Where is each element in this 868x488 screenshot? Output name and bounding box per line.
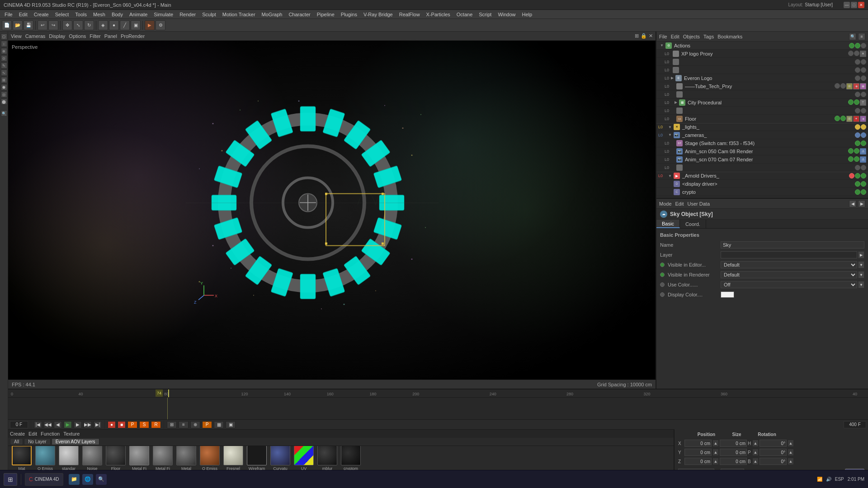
obj-item-l0-5[interactable]: L0 [656, 164, 868, 172]
menu-mesh[interactable]: Mesh [90, 11, 108, 18]
rot-z-field[interactable] [760, 458, 787, 465]
menu-sculpt[interactable]: Sculpt [199, 11, 219, 18]
tl-btn-record-scale[interactable]: S [139, 421, 149, 428]
mat-item-curv[interactable]: Curvatu [270, 446, 290, 470]
obj-item-everon-logo[interactable]: L0 E Everon Logo [656, 74, 868, 82]
mat-toolbar-edit[interactable]: Edit [28, 431, 37, 436]
props-use-color-select[interactable]: Off On Auto [721, 281, 857, 288]
tool-render[interactable]: ▶ [145, 20, 155, 30]
obj-item-stage[interactable]: L0 ST Stage (Switch cam: f353 - f534) [656, 139, 868, 147]
mat-swatch-metal[interactable] [176, 446, 196, 465]
menu-script[interactable]: Script [476, 11, 494, 18]
obj-item-l0-3[interactable]: L0 [656, 90, 868, 99]
vp-menu-options[interactable]: Options [69, 33, 86, 39]
props-back-icon[interactable]: ◀ [849, 200, 856, 207]
obj-item-floor[interactable]: L0 ▭ Floor ⊞ ✦ ◈ [656, 115, 868, 123]
taskbar-cinema4d[interactable]: C CINEMA 4D [25, 473, 63, 486]
tl-btn-next-key[interactable]: ▶▶ [84, 421, 92, 428]
mat-toolbar-create[interactable]: Create [10, 431, 25, 436]
app-browser[interactable]: 🌐 [82, 474, 93, 485]
obj-tag-xp[interactable]: ✕ [860, 51, 866, 57]
vp-menu-prorender[interactable]: ProRender [121, 33, 145, 39]
menu-window[interactable]: Window [495, 11, 518, 18]
menu-help[interactable]: Help [519, 11, 535, 18]
obj-item-city-procedural[interactable]: L0 ▦ City Procedural T [656, 99, 868, 107]
mat-swatch-crypto[interactable] [341, 446, 361, 465]
vp-menu-filter[interactable]: Filter [90, 33, 100, 39]
menu-select[interactable]: Select [52, 11, 72, 18]
tool-render-settings[interactable]: ⚙ [156, 20, 165, 30]
tool-move[interactable]: ✥ [62, 20, 72, 30]
menu-tools[interactable]: Tools [72, 11, 90, 18]
tool-poly-mode[interactable]: ▣ [131, 20, 141, 30]
obj-item-arnold-drivers[interactable]: L0 ▶ _Arnold Drivers_ [656, 172, 868, 180]
mat-item-metalfi1[interactable]: Metal Fi [129, 446, 149, 470]
tag-icon-2[interactable]: ◈ [853, 83, 859, 89]
viewport[interactable]: Perspective [8, 41, 656, 380]
left-tool-6[interactable]: ∿ [1, 70, 7, 76]
tl-btn-go-end[interactable]: ▶| [94, 421, 102, 428]
size-z-field[interactable] [720, 458, 747, 465]
mat-swatch-standard[interactable] [59, 446, 79, 465]
mat-item-noise[interactable]: Noise [82, 446, 102, 470]
mat-swatch-metalfi1[interactable] [129, 446, 149, 465]
obj-item-l0-4[interactable]: L0 [656, 107, 868, 115]
om-search-icon[interactable]: 🔍 [849, 33, 856, 40]
left-tool-7[interactable]: ⊞ [1, 77, 7, 83]
mat-item-uv[interactable]: UV [294, 446, 314, 470]
props-forward-icon[interactable]: ▶ [858, 200, 865, 207]
mat-item-floor[interactable]: Floor [106, 446, 126, 470]
tl-btn-extra-6[interactable]: ▣ [226, 421, 236, 428]
size-x-arrow[interactable]: ▲ [752, 440, 759, 447]
rot-x-arrow[interactable]: ▲ [788, 440, 794, 447]
menu-xparticles[interactable]: X-Particles [424, 11, 453, 18]
pos-x-field[interactable] [684, 440, 712, 447]
menu-animate[interactable]: Animate [127, 11, 150, 18]
om-filter-icon[interactable]: ≡ [858, 33, 865, 40]
tl-btn-extra-2[interactable]: ≡ [179, 421, 189, 428]
left-tool-5[interactable]: ✎ [1, 62, 7, 69]
vp-ctrl-maximize[interactable]: ⊞ [635, 33, 639, 39]
vp-ctrl-close[interactable]: ✕ [649, 33, 653, 39]
mat-swatch-mblur[interactable] [317, 446, 337, 465]
props-tab-coord[interactable]: Coord. [680, 220, 706, 228]
mat-toolbar-function[interactable]: Function [41, 431, 60, 436]
app-explorer[interactable]: 📁 [69, 474, 80, 485]
obj-item-l0-1[interactable]: L0 [656, 58, 868, 66]
vis-editor-dot[interactable] [849, 43, 854, 48]
menu-create[interactable]: Create [31, 11, 52, 18]
props-use-color-arrow[interactable]: ▼ [858, 281, 864, 288]
mat-item-metalfi2[interactable]: Metal Fi [153, 446, 173, 470]
tray-network[interactable]: 📶 [817, 477, 822, 482]
tool-redo[interactable]: ↪ [48, 20, 58, 30]
timeline-start-field[interactable] [10, 421, 28, 428]
tool-new[interactable]: 📄 [2, 20, 12, 30]
mat-tab-everon[interactable]: Everon AOV Layers [52, 438, 99, 445]
left-tool-10[interactable]: ⬤ [1, 99, 7, 105]
left-tool-1[interactable]: ⬡ [1, 33, 7, 40]
timeline-playhead[interactable] [168, 389, 169, 397]
props-tab-basic[interactable]: Basic [656, 220, 680, 228]
pos-y-field[interactable] [684, 449, 712, 456]
menu-file[interactable]: File [2, 11, 15, 18]
mat-item-emiss1[interactable]: O Emiss [35, 446, 55, 470]
om-menu-tags[interactable]: Tags [703, 34, 714, 39]
vis-dot-gray-2[interactable] [854, 51, 859, 56]
tl-btn-record-rot[interactable]: R [151, 421, 161, 428]
menu-vray[interactable]: V-Ray Bridge [361, 11, 396, 18]
tray-language[interactable]: ESP [835, 477, 844, 482]
size-y-field[interactable] [720, 449, 747, 456]
vis-render-dot[interactable] [855, 43, 860, 48]
pos-z-arrow[interactable]: ▲ [712, 458, 719, 465]
tl-btn-prev-key[interactable]: ◀◀ [44, 421, 52, 428]
vis-dot-gray-1[interactable] [848, 51, 854, 56]
mat-item-mat[interactable]: Mat [12, 446, 32, 470]
props-menu-mode[interactable]: Mode [659, 201, 672, 206]
menu-plugins[interactable]: Plugins [338, 11, 360, 18]
left-tool-11[interactable]: 🔍 [1, 110, 7, 117]
left-tool-4[interactable]: ⊙ [1, 55, 7, 61]
rot-y-arrow[interactable]: ▲ [788, 449, 794, 456]
rot-y-field[interactable] [760, 449, 787, 456]
vp-ctrl-lock[interactable]: 🔒 [641, 33, 647, 39]
tool-pt-mode[interactable]: ● [109, 20, 119, 30]
